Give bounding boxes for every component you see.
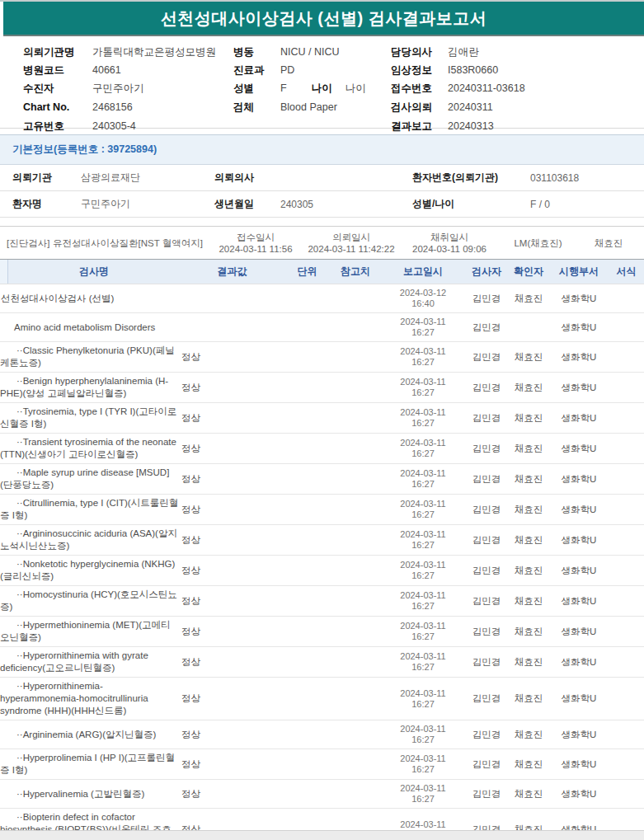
seq-column-header — [0, 260, 8, 284]
field-value: 20240313 — [448, 120, 494, 132]
col-header-test-name: 검사명 — [8, 265, 180, 279]
tester-name: 김민경 — [465, 443, 508, 455]
confirmer-name: 채효진 — [508, 534, 549, 547]
department-name: 생화학U — [549, 293, 609, 305]
table-row: ··Tyrosinemia, type I (TYR I)(고타이로신혈증 I형… — [0, 403, 644, 434]
field-value: 가톨릭대학교은평성모병원 — [92, 45, 216, 59]
report-time: 16:27 — [381, 699, 465, 710]
report-date: 2024-03-11 — [381, 377, 465, 387]
test-name: ··Classic Phenylketonuria (PKU)(페닐케톤뇨증) — [0, 345, 180, 369]
result-value: 정상 — [180, 758, 284, 771]
collect-datetime: 채취일시 2024-03-11 09:06 — [396, 232, 503, 255]
field-value: F / 0 — [530, 199, 644, 210]
field-unique-no: 고유번호 240305-4 — [23, 117, 216, 135]
department-name: 생화학U — [549, 692, 609, 705]
field-chart-no: Chart No. 2468156 — [23, 97, 216, 117]
table-row: ··Citrullinemia, type I (CIT)(시트룰린혈증 I형)… — [0, 495, 644, 525]
field-label: 진료과 — [233, 63, 280, 77]
col-header-tester: 검사자 — [465, 265, 508, 279]
report-time: 16:27 — [381, 734, 465, 745]
result-value: 정상 — [180, 382, 284, 394]
report-time: 16:27 — [381, 570, 465, 581]
report-date: 2024-03-11 — [381, 688, 465, 699]
department-name: 생화학U — [549, 656, 609, 669]
field-value: 031103618 — [530, 172, 644, 184]
test-name: ··Hypermethioninemia (MET)(고메티오닌혈증) — [0, 619, 180, 644]
test-name: ··Citrullinemia, type I (CIT)(시트룰린혈증 I형) — [0, 497, 180, 522]
basic-info-section: 기본정보(등록번호 : 39725894) 의뢰기관 삼광의료재단 의뢰의사 환… — [0, 134, 644, 218]
field-department: 진료과 PD — [233, 61, 366, 79]
field-label: 의뢰기관 — [12, 171, 81, 185]
table-row: ··Argininemia (ARG)(알지닌혈증) 정상 2024-03-11… — [0, 720, 644, 749]
tester-name: 김민경 — [465, 534, 508, 547]
confirmer-name: 채효진 — [508, 443, 549, 455]
results-table-section: 검사명 결과값 단위 참고치 보고일시 검사자 확인자 시행부서 서식 선천성대… — [0, 259, 644, 840]
field-label: 임상정보 — [391, 63, 448, 77]
confirmer-name: 채효진 — [508, 788, 549, 800]
diagnosis-tag: [진단검사] — [0, 237, 51, 249]
report-date: 2024-03-11 — [381, 407, 465, 418]
report-datetime: 2024-03-11 16:27 — [381, 688, 465, 710]
patient-info-col1: 의뢰기관명 가톨릭대학교은평성모병원 병원코드 40661 수진자 구민주아기 … — [23, 43, 216, 135]
department-name: 생화학U — [549, 565, 609, 577]
tester-name: 김민경 — [465, 412, 508, 425]
field-label: 환자번호(의뢰기관) — [412, 171, 530, 185]
report-datetime: 2024-03-11 16:27 — [381, 407, 465, 429]
field-label: 의뢰기관명 — [23, 45, 92, 59]
tester-name: 김민경 — [465, 504, 508, 516]
department-name: 생화학U — [549, 729, 609, 741]
result-value: 정상 — [180, 656, 284, 669]
field-value: 구민주아기 — [92, 82, 144, 96]
confirmer-name: 채효진 — [508, 382, 549, 394]
table-row: ··Hypervalinemia (고발린혈증) 정상 2024-03-11 1… — [0, 780, 644, 809]
field-value: 구민주아기 — [81, 197, 214, 211]
tester-name: 김민경 — [465, 626, 508, 638]
report-time: 16:27 — [381, 631, 465, 642]
report-page: 선천성대사이상검사 (선별) 검사결과보고서 의뢰기관명 가톨릭대학교은평성모병… — [0, 0, 644, 840]
test-name: ··Argininosuccinic aciduria (ASA)(알지노석시닌… — [0, 528, 180, 552]
department-name: 생화학U — [549, 758, 609, 771]
field-label: 환자명 — [12, 197, 81, 211]
tester-name: 김민경 — [465, 473, 508, 486]
field-test-request-date: 검사의뢰 20240311 — [391, 97, 525, 117]
test-name: ··Hyperornithinemia with gyrate deficien… — [0, 650, 180, 674]
report-datetime: 2024-03-11 16:27 — [381, 753, 465, 775]
result-value: 정상 — [180, 534, 284, 547]
table-row: ··Transient tyrosinemia of the neonate (… — [0, 434, 644, 464]
department-name: 생화학U — [549, 595, 609, 608]
test-name: ··Maple syrup urine disease [MSUD](단풍당뇨증… — [0, 467, 180, 491]
collect-value: 2024-03-11 09:06 — [396, 243, 503, 255]
report-date: 2024-03-11 — [381, 346, 465, 357]
field-value: 240305 — [280, 199, 412, 210]
confirmer-name: 채효진 — [508, 758, 549, 771]
report-time: 16:27 — [381, 327, 465, 338]
report-date: 2024-03-11 — [381, 819, 465, 830]
field-value: 20240311 — [448, 101, 493, 113]
request-value: 2024-03-11 11:42:22 — [307, 243, 396, 255]
confirmer-name: 채효진 — [508, 504, 549, 516]
table-row: ··Hyperornithinemia-hyperammonemia-homoc… — [0, 678, 644, 720]
tester-name: 김민경 — [465, 656, 508, 669]
field-label: 수진자 — [23, 82, 92, 96]
report-datetime: 2024-03-11 16:27 — [381, 560, 465, 581]
table-row: ··Nonketotic hyperglycinemia (NKHG)(글리신뇌… — [0, 556, 644, 586]
department-name: 생화학U — [549, 443, 609, 455]
department-name: 생화학U — [549, 788, 609, 800]
tester-name: 김민경 — [465, 758, 508, 771]
result-value: 정상 — [180, 443, 284, 455]
basic-info-header: 기본정보(등록번호 : 39725894) — [0, 134, 644, 165]
field-value: 삼광의료재단 — [81, 171, 214, 185]
diagnosis-row: [진단검사] 유전성대사이상질환[NST 혈액여지] 접수일시 2024-03-… — [0, 227, 644, 259]
field-examinee: 수진자 구민주아기 — [23, 79, 216, 97]
tester-name: 김민경 — [465, 729, 508, 741]
tester-name: 김민경 — [465, 565, 508, 577]
tester-name: 김민경 — [465, 692, 508, 705]
department-name: 생화학U — [549, 534, 609, 547]
report-date: 2024-03-11 — [381, 529, 465, 540]
department-name: 생화학U — [549, 473, 609, 486]
report-title-bar: 선천성대사이상검사 (선별) 검사결과보고서 — [3, 2, 644, 36]
confirmer-name: 채효진 — [508, 729, 549, 741]
field-value: 20240311-03618 — [448, 82, 525, 94]
confirmer-name: 채효진 — [508, 595, 549, 608]
field-label: 병원코드 — [23, 63, 92, 77]
